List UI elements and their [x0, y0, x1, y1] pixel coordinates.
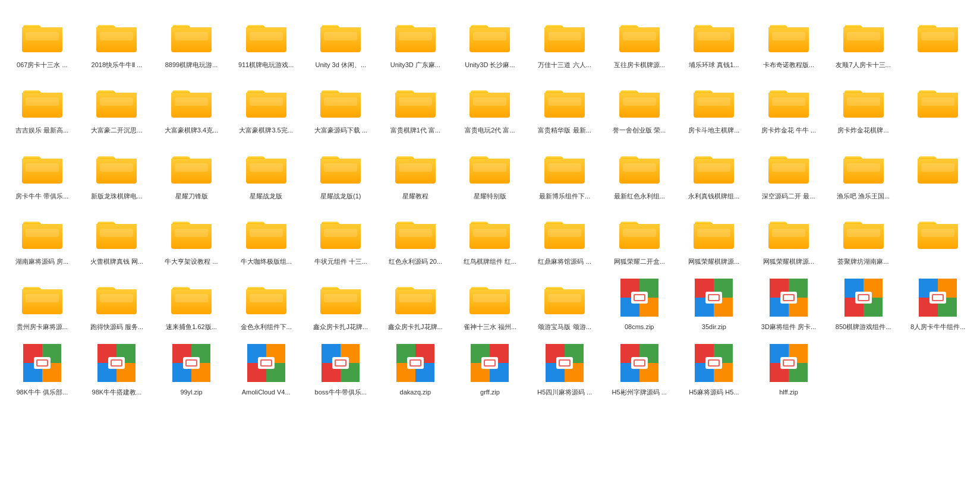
list-item[interactable]: grff.zip [454, 339, 527, 399]
list-item[interactable]: 911棋牌电玩游戏... [230, 12, 302, 71]
list-item[interactable]: 雀神十三水 福州... [454, 274, 527, 333]
list-item[interactable]: 渔乐吧 渔乐王国... [827, 143, 900, 203]
list-item[interactable]: hlff.zip [752, 339, 825, 399]
svg-rect-219 [784, 361, 793, 365]
list-item[interactable]: 火蕾棋牌真钱 网... [81, 209, 153, 268]
app-icon [319, 342, 362, 384]
list-item[interactable]: 红色永利源码 20... [379, 209, 452, 268]
list-item[interactable]: 大富豪二开沉思... [81, 77, 153, 137]
list-item[interactable]: 最新博乐组件下... [528, 143, 601, 203]
list-item[interactable]: 荟聚牌坊湖南麻... [827, 209, 900, 268]
list-item[interactable]: 深空源码二开 最... [752, 143, 825, 203]
list-item[interactable]: 金色永利组件下... [230, 274, 302, 333]
list-item[interactable]: 互往房卡棋牌源... [603, 12, 676, 71]
list-item[interactable]: 99yl.zip [155, 339, 228, 399]
list-item[interactable]: 埔乐环球 真钱1... [678, 12, 751, 71]
list-item[interactable]: dakazq.zip [379, 339, 452, 399]
list-item[interactable]: boss牛牛带俱乐... [304, 339, 377, 399]
list-item[interactable]: 鑫众房卡扎J花牌... [304, 274, 377, 333]
list-item[interactable]: 富贵精华版 最新... [528, 77, 601, 137]
app-icon [842, 276, 885, 319]
list-item[interactable]: 鑫众房卡扎J花牌... [379, 274, 452, 333]
list-item[interactable]: 网狐荣耀二开盒... [603, 209, 676, 268]
list-item[interactable]: 2018快乐牛牛Ⅱ ... [81, 12, 153, 71]
list-item[interactable]: 星耀特别版 [454, 143, 527, 203]
list-item[interactable]: 永利真钱棋牌组... [678, 143, 751, 203]
item-label: 8899棋牌电玩游... [165, 61, 218, 69]
list-item[interactable]: 067房卡十三水 ... [6, 12, 78, 71]
list-item[interactable]: 牛状元组件 十三... [304, 209, 377, 268]
svg-rect-51 [921, 229, 954, 237]
list-item[interactable]: 08cms.zip [603, 274, 676, 333]
list-item[interactable]: 颂游宝马版 颂游... [528, 274, 601, 333]
list-item[interactable]: 牛大亨架设教程 ... [155, 209, 228, 268]
list-item[interactable]: 星耀刀锋版 [155, 143, 228, 203]
list-item[interactable]: 房卡炸金花 牛牛 ... [752, 77, 825, 137]
list-item[interactable]: 大富豪棋牌3.5完... [230, 77, 302, 137]
list-item[interactable]: 吉吉娱乐 最新高... [6, 77, 78, 137]
list-item[interactable]: Unity 3d 休闲、... [304, 12, 377, 71]
list-item[interactable]: 850棋牌游戏组件... [827, 274, 900, 333]
list-item[interactable]: 誉一舍创业版 荣... [603, 77, 676, 137]
svg-rect-26 [26, 163, 59, 172]
svg-rect-28 [175, 163, 208, 172]
folder-icon [170, 211, 213, 254]
svg-rect-139 [187, 361, 196, 365]
list-item[interactable]: 网狐荣耀棋牌源... [752, 209, 825, 268]
list-item[interactable]: 星耀教程 [379, 143, 452, 203]
list-item[interactable]: H5彬州字牌源码 ... [603, 339, 676, 399]
list-item[interactable]: 富贵棋牌1代 富... [379, 77, 452, 137]
list-item[interactable]: 房卡斗地主棋牌... [678, 77, 751, 137]
item-label: 雀神十三水 福州... [464, 323, 516, 331]
list-item[interactable]: 房卡炸金花棋牌... [827, 77, 900, 137]
list-item[interactable]: H5四川麻将源码 ... [528, 339, 601, 399]
list-item[interactable]: 8899棋牌电玩游... [155, 12, 228, 71]
list-item[interactable] [902, 12, 974, 71]
list-item[interactable]: 35dir.zip [678, 274, 751, 333]
list-item[interactable] [902, 77, 974, 137]
list-item[interactable]: H5麻将源码 H5... [678, 339, 751, 399]
folder-icon [319, 211, 362, 254]
item-label: 房卡牛牛 带俱乐... [15, 192, 68, 200]
item-label: 贵州房卡麻将源... [17, 323, 68, 331]
list-item[interactable]: 8人房卡牛牛组件... [902, 274, 974, 333]
list-item[interactable]: 富贵电玩2代 富... [454, 77, 527, 137]
list-item[interactable]: AmoliCloud V4... [230, 339, 302, 399]
list-item[interactable] [902, 143, 974, 203]
svg-rect-38 [921, 163, 954, 172]
list-item[interactable]: Unity3D 长沙麻... [454, 12, 527, 71]
list-item[interactable]: 98K牛牛搭建教... [81, 339, 153, 399]
list-item[interactable]: 3D麻将组件 房卡... [752, 274, 825, 333]
svg-rect-48 [697, 229, 730, 237]
svg-rect-45 [473, 229, 506, 237]
list-item[interactable]: 卡布奇诺教程版... [752, 12, 825, 71]
list-item[interactable]: 大富豪源码下载 ... [304, 77, 377, 137]
list-item[interactable]: 贵州房卡麻将源... [6, 274, 78, 333]
list-item[interactable]: 速来捕鱼1.62版... [155, 274, 228, 333]
list-item[interactable]: 最新红色永利组... [603, 143, 676, 203]
item-label: hlff.zip [779, 388, 798, 396]
svg-rect-18 [399, 97, 432, 106]
item-label: 颂游宝马版 颂游... [538, 323, 591, 331]
list-item[interactable]: 星耀战龙版(1) [304, 143, 377, 203]
svg-rect-129 [112, 361, 121, 365]
list-item[interactable]: 牛大咖终极版组... [230, 209, 302, 268]
list-item[interactable]: 红鼎麻将馆源码 ... [528, 209, 601, 268]
list-item[interactable]: 98K牛牛 俱乐部... [6, 339, 78, 399]
list-item[interactable]: 星耀战龙版 [230, 143, 302, 203]
app-icon [692, 342, 735, 384]
folder-icon [245, 14, 288, 57]
list-item[interactable]: 网狐荣耀棋牌源... [678, 209, 751, 268]
list-item[interactable]: 红鸟棋牌组件 红... [454, 209, 527, 268]
list-item[interactable]: 大富豪棋牌3.4克... [155, 77, 228, 137]
list-item[interactable]: 跑得快源码 服务... [81, 274, 153, 333]
list-item[interactable]: 湖南麻将源码 房... [6, 209, 78, 268]
folder-icon [95, 80, 138, 122]
list-item[interactable]: Unity3D 广东麻... [379, 12, 452, 71]
list-item[interactable]: 万佳十三道 六人... [528, 12, 601, 71]
list-item[interactable]: 友顺7人房卡十三... [827, 12, 900, 71]
folder-icon [21, 211, 64, 254]
list-item[interactable]: 新版龙珠棋牌电... [81, 143, 153, 203]
list-item[interactable]: 房卡牛牛 带俱乐... [6, 143, 78, 203]
list-item[interactable] [902, 209, 974, 268]
